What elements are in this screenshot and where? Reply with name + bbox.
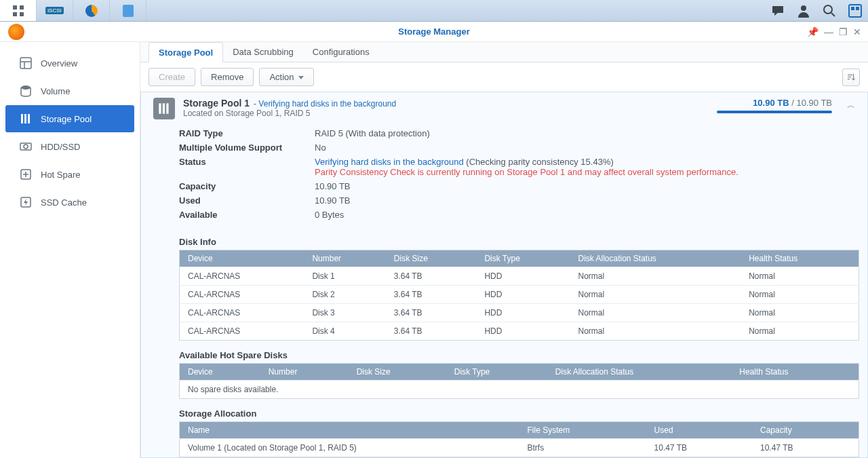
svg-rect-8 xyxy=(851,7,854,10)
window-title: Storage Manager xyxy=(398,26,469,37)
field-value-available: 0 Bytes xyxy=(315,210,859,220)
table-row[interactable]: CAL-ARCNASDisk 33.64 TBHDDNormalNormal xyxy=(180,304,859,322)
table-row[interactable]: CAL-ARCNASDisk 13.64 TBHDDNormalNormal xyxy=(180,267,859,286)
pool-status-inline: - Verifying hard disks in the background xyxy=(254,99,396,109)
toolbar: Create Remove Action xyxy=(140,62,868,92)
svg-rect-16 xyxy=(28,114,30,123)
sidebar-item-label: Volume xyxy=(41,86,70,96)
table-row[interactable]: CAL-ARCNASDisk 43.64 TBHDDNormalNormal xyxy=(180,322,859,341)
taskbar-notes-icon[interactable] xyxy=(110,0,146,21)
pool-location: Located on Storage Pool 1, RAID 5 xyxy=(183,109,396,118)
field-label-raid: RAID Type xyxy=(179,128,315,138)
action-dropdown-button[interactable]: Action xyxy=(259,68,313,86)
svg-rect-0 xyxy=(13,5,17,9)
hotspare-empty: No spare disks available. xyxy=(180,381,859,399)
volume-icon xyxy=(19,84,33,98)
create-button[interactable]: Create xyxy=(149,68,195,86)
taskbar-user-icon[interactable] xyxy=(791,0,816,21)
hotspare-table: Device Number Disk Size Disk Type Disk A… xyxy=(179,363,859,399)
svg-rect-3 xyxy=(20,12,24,16)
col-size[interactable]: Disk Size xyxy=(386,250,477,267)
tab-data-scrubbing[interactable]: Data Scrubbing xyxy=(223,42,303,62)
field-label-available: Available xyxy=(179,210,315,220)
overview-icon xyxy=(19,56,33,70)
tab-configurations[interactable]: Configurations xyxy=(303,42,379,62)
col-type[interactable]: Disk Type xyxy=(476,250,570,267)
pool-header: Storage Pool 1 - Verifying hard disks in… xyxy=(149,92,859,123)
sidebar-item-label: Storage Pool xyxy=(41,114,92,124)
disk-info-table: Device Number Disk Size Disk Type Disk A… xyxy=(179,250,859,341)
window-close-icon[interactable]: ✕ xyxy=(853,26,861,37)
system-taskbar: iSCSI xyxy=(0,0,868,22)
pool-icon xyxy=(153,98,175,119)
status-warning: Parity Consistency Check is currently ru… xyxy=(315,167,859,177)
storage-manager-app-icon xyxy=(8,24,24,40)
svg-rect-7 xyxy=(849,5,861,17)
field-label-capacity: Capacity xyxy=(179,181,315,191)
sidebar-item-label: HDD/SSD xyxy=(41,142,81,152)
sidebar-item-label: Overview xyxy=(41,58,77,69)
sidebar-item-ssd-cache[interactable]: SSD Cache xyxy=(5,189,134,216)
collapse-toggle[interactable]: ︿ xyxy=(847,98,855,111)
col-device[interactable]: Device xyxy=(180,250,304,267)
hot-spare-icon xyxy=(19,168,33,181)
remove-button[interactable]: Remove xyxy=(201,68,254,86)
window-minimize-icon[interactable]: — xyxy=(824,26,833,37)
svg-point-18 xyxy=(24,145,28,149)
svg-rect-22 xyxy=(163,103,165,113)
field-label-status: Status xyxy=(179,157,315,177)
storage-pool-icon xyxy=(19,112,33,126)
sidebar-item-overview[interactable]: Overview xyxy=(5,50,134,77)
sidebar: Overview Volume Storage Pool HDD/SSD Hot… xyxy=(0,42,140,458)
table-row[interactable]: CAL-ARCNASDisk 23.64 TBHDDNormalNormal xyxy=(180,286,859,304)
svg-rect-2 xyxy=(13,12,17,16)
capacity-summary: 10.90 TB / 10.90 TB xyxy=(717,98,832,108)
field-label-used: Used xyxy=(179,195,315,206)
sidebar-item-label: Hot Spare xyxy=(41,170,81,180)
taskbar-widgets-icon[interactable] xyxy=(842,0,868,21)
taskbar-search-icon[interactable] xyxy=(816,0,842,21)
taskbar-chat-icon[interactable] xyxy=(765,0,791,21)
field-value-used: 10.90 TB xyxy=(315,195,859,206)
svg-point-4 xyxy=(801,5,806,11)
sidebar-item-hot-spare[interactable]: Hot Spare xyxy=(5,161,134,188)
sidebar-item-label: SSD Cache xyxy=(41,197,87,208)
sort-button[interactable] xyxy=(842,69,860,86)
taskbar-iscsi-icon[interactable]: iSCSI xyxy=(37,0,73,21)
svg-rect-21 xyxy=(159,103,161,113)
taskbar-storage-icon[interactable] xyxy=(73,0,110,21)
svg-line-6 xyxy=(831,13,835,16)
field-value-raid: RAID 5 (With data protection) xyxy=(315,128,859,138)
svg-rect-14 xyxy=(21,114,23,123)
disk-info-title: Disk Info xyxy=(149,233,859,250)
hotspare-title: Available Hot Spare Disks xyxy=(149,341,859,363)
sidebar-item-hdd-ssd[interactable]: HDD/SSD xyxy=(5,133,134,160)
ssd-cache-icon xyxy=(19,195,33,209)
sidebar-item-volume[interactable]: Volume xyxy=(5,77,134,104)
col-number[interactable]: Number xyxy=(304,250,385,267)
hdd-icon xyxy=(19,140,33,153)
window-pin-icon[interactable]: 📌 xyxy=(807,26,818,37)
svg-point-13 xyxy=(21,85,31,90)
pool-name: Storage Pool 1 xyxy=(183,98,250,109)
svg-rect-10 xyxy=(20,58,31,69)
allocation-title: Storage Allocation xyxy=(149,399,859,421)
taskbar-apps-button[interactable] xyxy=(0,0,37,21)
window-titlebar: Storage Manager 📌 — ❐ ✕ xyxy=(0,22,868,42)
window-maximize-icon[interactable]: ❐ xyxy=(839,26,848,37)
col-alloc[interactable]: Disk Allocation Status xyxy=(570,250,741,267)
sidebar-item-storage-pool[interactable]: Storage Pool xyxy=(5,105,134,132)
svg-rect-1 xyxy=(20,5,24,9)
field-label-mv: Multiple Volume Support xyxy=(179,142,315,153)
allocation-table: Name File System Used Capacity Volume 1 … xyxy=(179,421,859,457)
svg-rect-15 xyxy=(24,114,26,123)
field-value-status: Verifying hard disks in the background (… xyxy=(315,157,859,177)
field-value-mv: No xyxy=(315,142,859,153)
table-row[interactable]: Volume 1 (Located on Storage Pool 1, RAI… xyxy=(180,439,859,457)
caret-down-icon xyxy=(298,76,304,79)
tab-storage-pool[interactable]: Storage Pool xyxy=(149,42,223,62)
svg-rect-23 xyxy=(166,103,168,113)
tab-bar: Storage Pool Data Scrubbing Configuratio… xyxy=(140,42,868,62)
capacity-progress-bar xyxy=(717,111,832,113)
col-health[interactable]: Health Status xyxy=(741,250,859,267)
